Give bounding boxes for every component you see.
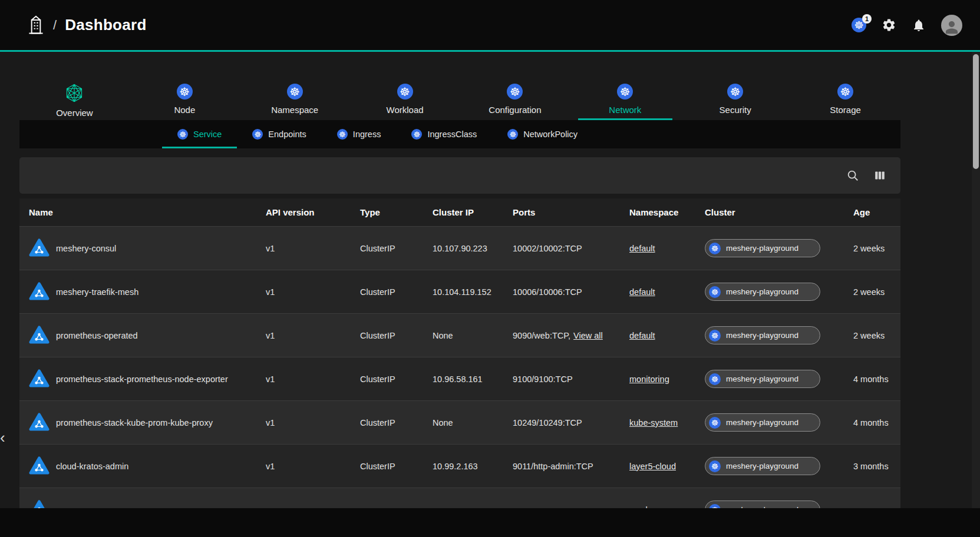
view-all-link[interactable]: View all — [573, 331, 603, 340]
tab-service[interactable]: Service — [162, 120, 237, 148]
building-logo-icon[interactable] — [27, 15, 45, 35]
cluster-chip-label: meshery-playground — [726, 374, 798, 383]
age-cell: 4 months — [853, 418, 900, 427]
service-name-cell: cloud-kratos-admin — [29, 456, 266, 476]
tab-storage[interactable]: Storage — [790, 78, 900, 120]
column-view-icon — [873, 169, 886, 182]
settings-button[interactable] — [882, 18, 896, 32]
breadcrumb: / Dashboard — [27, 15, 147, 35]
subtab-label: Ingress — [353, 130, 381, 139]
kubernetes-icon — [397, 84, 413, 100]
ports-text: 9011/http-admin:TCP — [513, 462, 593, 471]
meshery-icon — [65, 84, 83, 102]
notifications-button[interactable] — [912, 18, 926, 32]
cluster-ip-cell: None — [433, 331, 513, 340]
tab-endpoints[interactable]: Endpoints — [237, 120, 322, 148]
cluster-chip[interactable]: meshery-playground — [705, 457, 820, 475]
column-view-button[interactable] — [873, 169, 886, 182]
subtab-label: Endpoints — [268, 130, 306, 139]
cluster-chip[interactable]: meshery-playground — [705, 326, 820, 344]
ports-cell: 9100/9100:TCP — [513, 374, 629, 384]
avatar — [941, 15, 962, 36]
namespace-link[interactable]: monitoring — [629, 374, 669, 384]
search-button[interactable] — [846, 169, 859, 182]
service-name: prometheus-operated — [56, 331, 138, 340]
network-subtabs: Service Endpoints Ingress IngressClass N… — [19, 120, 900, 148]
api-version-cell: v1 — [266, 244, 360, 253]
tab-overview[interactable]: Overview — [19, 78, 130, 120]
tab-ingress[interactable]: Ingress — [322, 120, 397, 148]
maintab-label: Storage — [830, 105, 861, 115]
kubernetes-icon — [337, 129, 348, 140]
column-header-cluster-ip: Cluster IP — [433, 207, 513, 217]
service-icon — [29, 456, 50, 476]
kubernetes-icon — [709, 460, 721, 472]
ports-text: 10249/10249:TCP — [513, 418, 582, 427]
namespace-link[interactable]: kube-system — [629, 418, 678, 427]
table-row[interactable]: prometheus-stack-kube-prom-kube-proxy v1… — [19, 400, 900, 444]
tab-namespace[interactable]: Namespace — [240, 78, 350, 120]
service-icon — [29, 238, 50, 258]
user-avatar[interactable] — [941, 15, 962, 36]
ports-cell: 10002/10002:TCP — [513, 244, 629, 253]
table-row[interactable]: prometheus-operated v1 ClusterIP None 90… — [19, 313, 900, 357]
tab-ingressclass[interactable]: IngressClass — [396, 120, 492, 148]
namespace-link[interactable]: default — [629, 331, 655, 340]
tab-network[interactable]: Network — [570, 78, 680, 120]
column-header-api-version: API version — [266, 207, 360, 217]
cluster-chip-label: meshery-playground — [726, 331, 798, 340]
kubernetes-icon — [617, 84, 633, 100]
cluster-chip-label: meshery-playground — [726, 287, 798, 296]
kubernetes-context-button[interactable]: 1 — [852, 18, 866, 32]
namespace-link[interactable]: default — [629, 244, 655, 253]
type-cell: ClusterIP — [360, 418, 433, 427]
column-header-namespace: Namespace — [629, 207, 705, 217]
age-cell: 2 weeks — [853, 287, 900, 297]
service-icon — [29, 325, 50, 346]
context-count-badge: 1 — [862, 14, 872, 24]
sidebar-collapse-button[interactable]: ‹ — [0, 429, 12, 446]
table-row[interactable]: meshery-consul v1 ClusterIP 10.107.90.22… — [19, 226, 900, 270]
column-header-cluster: Cluster — [705, 207, 853, 217]
scrollbar-thumb[interactable] — [973, 54, 979, 169]
table-row[interactable]: prometheus-stack-prometheus-node-exporte… — [19, 357, 900, 400]
table-body: meshery-consul v1 ClusterIP 10.107.90.22… — [19, 226, 900, 531]
ports-text: 10002/10002:TCP — [513, 244, 582, 253]
service-name: cloud-kratos-admin — [56, 462, 128, 471]
tab-workload[interactable]: Workload — [350, 78, 460, 120]
api-version-cell: v1 — [266, 374, 360, 384]
maintab-label: Node — [174, 105, 195, 115]
kubernetes-icon — [709, 330, 721, 342]
services-table: Name API version Type Cluster IP Ports N… — [19, 198, 900, 531]
cluster-chip[interactable]: meshery-playground — [705, 239, 820, 257]
ports-cell: 10006/10006:TCP — [513, 287, 629, 297]
subtab-label: IngressClass — [427, 130, 477, 139]
namespace-link[interactable]: default — [629, 287, 655, 297]
tab-networkpolicy[interactable]: NetworkPolicy — [492, 120, 593, 148]
maintab-label: Workload — [387, 105, 424, 115]
kubernetes-icon — [709, 417, 721, 429]
table-toolbar — [19, 157, 900, 194]
table-row[interactable]: cloud-kratos-admin v1 ClusterIP 10.99.2.… — [19, 444, 900, 488]
api-version-cell: v1 — [266, 331, 360, 340]
namespace-link[interactable]: layer5-cloud — [629, 462, 676, 471]
table-row[interactable]: meshery-traefik-mesh v1 ClusterIP 10.104… — [19, 270, 900, 313]
subtab-label: NetworkPolicy — [523, 130, 578, 139]
kubernetes-icon — [709, 243, 721, 254]
column-header-name: Name — [29, 207, 266, 217]
cluster-chip[interactable]: meshery-playground — [705, 413, 820, 432]
service-name: prometheus-stack-prometheus-node-exporte… — [56, 374, 228, 384]
kubernetes-icon — [287, 84, 303, 100]
service-name-cell: prometheus-stack-kube-prom-kube-proxy — [29, 412, 266, 433]
cluster-cell: meshery-playground — [705, 283, 853, 301]
maintab-label: Security — [720, 105, 751, 115]
tab-node[interactable]: Node — [130, 78, 240, 120]
cluster-chip-label: meshery-playground — [726, 244, 798, 253]
cluster-chip[interactable]: meshery-playground — [705, 283, 820, 301]
service-name: meshery-consul — [56, 244, 116, 253]
tab-configuration[interactable]: Configuration — [460, 78, 570, 120]
cluster-chip[interactable]: meshery-playground — [705, 370, 820, 388]
maintab-label: Network — [609, 105, 641, 115]
service-icon — [29, 412, 50, 433]
tab-security[interactable]: Security — [680, 78, 790, 120]
